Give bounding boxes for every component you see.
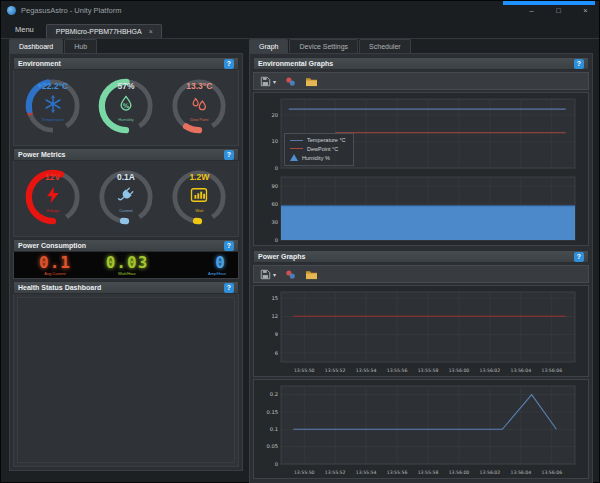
svg-text:0.2: 0.2 [270, 391, 278, 397]
readout-avg-current: 0.1 Avg Current [22, 255, 88, 276]
environment-gauges: +22.2°C Temperature 57% % [13, 70, 239, 146]
help-icon[interactable]: ? [224, 241, 234, 251]
current-chart: 13:55:5013:55:5213:55:5413:55:5613:55:58… [255, 381, 585, 477]
power-graphs-toolbar: ▾ [253, 265, 589, 283]
help-icon[interactable]: ? [224, 283, 234, 293]
open-folder-button[interactable] [305, 76, 318, 87]
svg-text:13:55:58: 13:55:58 [418, 470, 439, 475]
save-graph-button[interactable]: ▾ [260, 76, 276, 87]
legend-triangle-marker [290, 154, 298, 161]
readout-label: Avg Current [44, 272, 65, 276]
svg-text:0.1: 0.1 [270, 426, 278, 432]
device-tab-label: PPBMicro-PPBM77HBHGA [56, 28, 142, 35]
svg-text:13:56:06: 13:56:06 [541, 470, 562, 475]
health-status-title: Health Status Dashboard [18, 284, 101, 291]
svg-text:15: 15 [271, 295, 278, 301]
save-graph-button[interactable]: ▾ [260, 269, 276, 280]
environment-header: Environment ? [13, 57, 239, 70]
gauge-label: Temperature [17, 117, 89, 122]
gauge-temperature: +22.2°C Temperature [17, 72, 89, 146]
help-icon[interactable]: ? [224, 59, 234, 69]
right-tab-strip: Graph Device Settings Scheduler [249, 39, 593, 53]
svg-text:0: 0 [275, 237, 278, 243]
environment-title: Environment [18, 60, 61, 67]
svg-text:13:55:54: 13:55:54 [356, 470, 377, 475]
power-metrics-title: Power Metrics [18, 151, 65, 158]
legend-line-marker [290, 148, 303, 149]
legend-item: DewPoint °C [290, 146, 346, 152]
svg-text:20: 20 [271, 112, 278, 118]
legend-item: Temperature °C [290, 137, 346, 143]
svg-text:13:55:58: 13:55:58 [418, 368, 439, 373]
colors-icon [285, 269, 296, 280]
svg-text:13:56:02: 13:56:02 [480, 470, 501, 475]
app-icon [7, 6, 16, 15]
svg-text:13:55:56: 13:55:56 [387, 470, 408, 475]
panel-power-metrics: Power Metrics ? 12V Voltage [13, 148, 239, 237]
environmental-graphs-header: Environmental Graphs ? [253, 57, 589, 70]
power-plug-icon [116, 185, 136, 205]
power-graphs-title: Power Graphs [258, 253, 305, 260]
svg-text:0.05: 0.05 [266, 443, 278, 449]
legend-label: Humidity % [302, 155, 330, 161]
menu-bar: Menu PPBMicro-PPBM77HBHGA × [1, 19, 599, 39]
svg-text:10: 10 [271, 138, 278, 144]
gauge-current: 0.1A Current [90, 163, 162, 237]
tab-graph[interactable]: Graph [249, 39, 288, 53]
panel-environment: Environment ? +22.2°C Temperature [13, 57, 239, 146]
device-tab[interactable]: PPBMicro-PPBM77HBHGA × [46, 24, 162, 38]
svg-text:13:55:50: 13:55:50 [294, 368, 315, 373]
menu-button[interactable]: Menu [1, 25, 46, 38]
tab-device-settings[interactable]: Device Settings [289, 39, 358, 53]
gauge-label: Dew Point [163, 117, 235, 122]
voltage-chart: 13:55:5013:55:5213:55:5413:55:5613:55:58… [255, 287, 585, 375]
current-chart-region: 13:55:5013:55:5213:55:5413:55:5613:55:58… [253, 379, 589, 479]
tab-dashboard[interactable]: Dashboard [9, 39, 63, 53]
environmental-graphs-title: Environmental Graphs [258, 60, 333, 67]
svg-text:6: 6 [275, 350, 278, 356]
svg-text:13:56:04: 13:56:04 [511, 470, 532, 475]
svg-text:9: 9 [275, 331, 278, 337]
chevron-down-icon[interactable]: ▾ [273, 271, 276, 278]
gauge-label: Voltage [17, 208, 89, 213]
svg-text:13:56:02: 13:56:02 [480, 368, 501, 373]
window-titlebar: PegasusAstro - Unity Platform – □ × [1, 1, 599, 19]
voltage-chart-region: 13:55:5013:55:5213:55:5413:55:5613:55:58… [253, 285, 589, 377]
legend-label: DewPoint °C [307, 146, 338, 152]
dashboard-content: Environment ? +22.2°C Temperature [9, 53, 243, 471]
gauge-humidity: 57% % Humidity [90, 72, 162, 146]
tab-hub[interactable]: Hub [64, 39, 97, 53]
panel-environmental-graphs: Environmental Graphs ? ▾ [253, 57, 589, 248]
lightning-bolt-icon [43, 185, 63, 205]
tab-scheduler[interactable]: Scheduler [359, 39, 411, 53]
svg-text:13:55:52: 13:55:52 [325, 368, 346, 373]
gauge-value: 12V [17, 172, 89, 182]
gauge-watt: 1.2W Watt [163, 163, 235, 237]
gauge-value: 0.1A [90, 172, 162, 182]
svg-text:13:55:50: 13:55:50 [294, 470, 315, 475]
svg-text:0.15: 0.15 [266, 409, 278, 415]
gauge-value: 57% [90, 81, 162, 91]
help-icon[interactable]: ? [574, 59, 584, 69]
legend-label: Temperature °C [307, 137, 346, 143]
colors-button[interactable] [285, 269, 296, 280]
svg-text:13:56:00: 13:56:00 [449, 470, 470, 475]
dashboard-column: Dashboard Hub Environment ? +22.2°C [9, 39, 243, 471]
help-icon[interactable]: ? [574, 252, 584, 262]
health-status-header: Health Status Dashboard ? [13, 281, 239, 294]
svg-text:13:56:00: 13:56:00 [449, 368, 470, 373]
colors-button[interactable] [285, 76, 296, 87]
save-icon [260, 76, 271, 87]
chevron-down-icon[interactable]: ▾ [273, 78, 276, 85]
gauge-value: 13.3°C [163, 81, 235, 91]
help-icon[interactable]: ? [224, 150, 234, 160]
gauge-label: Humidity [90, 117, 162, 122]
open-folder-button[interactable] [305, 269, 318, 280]
gauge-dew-point: 13.3°C Dew Point [163, 72, 235, 146]
panel-power-consumption: Power Consumption ? 0.1 Avg Current 0.03… [13, 239, 239, 279]
device-tab-close-icon[interactable]: × [149, 28, 153, 35]
power-consumption-header: Power Consumption ? [13, 239, 239, 252]
app-window: PegasusAstro - Unity Platform – □ × Menu… [0, 0, 600, 483]
gauge-value: +22.2°C [17, 81, 89, 91]
svg-text:13:55:56: 13:55:56 [387, 368, 408, 373]
